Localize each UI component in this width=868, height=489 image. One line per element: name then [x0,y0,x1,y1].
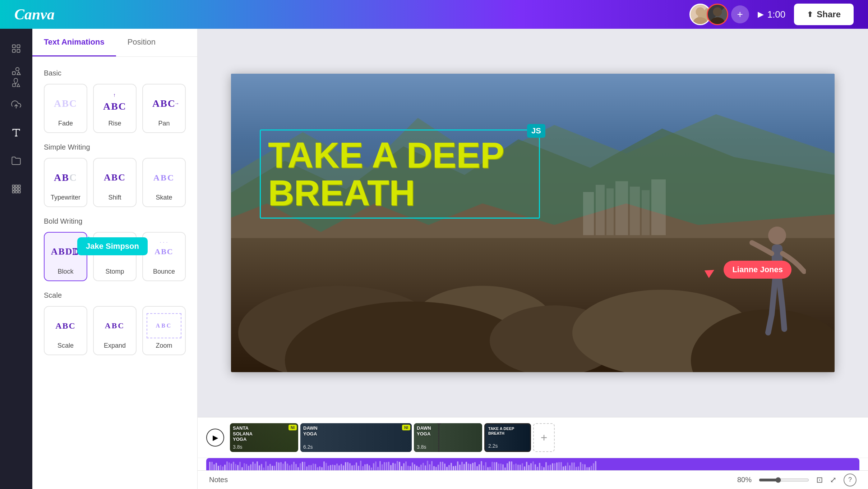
timer-display: 1:00 [767,9,786,20]
typewriter-label: Typewriter [51,194,80,201]
notes-label[interactable]: Notes [209,476,228,484]
svg-rect-36 [606,188,614,235]
fit-view-icon[interactable]: ⊡ [816,475,823,485]
anim-scale1[interactable]: ABC Scale [44,306,87,355]
fullscreen-icon[interactable]: ⤢ [830,475,836,485]
scale1-preview: ABC [48,313,83,338]
clip4-label: TAKE A DEEPBREATH [488,426,514,436]
svg-rect-16 [18,185,20,187]
anim-pan[interactable]: → ABC Pan [142,84,186,133]
svg-rect-20 [13,191,15,193]
rocks-svg [231,223,835,372]
anim-rise[interactable]: ↑ ABC Rise [93,84,137,133]
timeline-play-button[interactable]: ▶ [206,429,224,447]
waveform-bar [504,467,506,470]
svg-rect-7 [17,49,20,52]
clip-dawn-yoga-2[interactable]: DAWNYOGA 3.8s [414,423,482,452]
scale2-label: Expand [104,342,126,349]
fade-label: Fade [58,120,73,127]
clip1-tag: NI [288,425,297,430]
tab-position[interactable]: Position [116,29,167,56]
canva-logo[interactable]: Canva [14,6,55,23]
clip-dawn-yoga-1[interactable]: DAWNYOGA 6.2s NI [300,423,412,452]
zoom-controls: 80% ⊡ ⤢ ? [737,474,857,486]
svg-rect-39 [642,190,650,235]
svg-rect-4 [13,45,15,48]
panel-content: Basic ABC Fade ↑ ABC Rise → ABC Pan [32,57,197,374]
section-simple-writing: Simple Writing [44,143,186,151]
bottom-bar: Notes 80% ⊡ ⤢ ? [198,470,868,489]
play-timer[interactable]: ▶ 1:00 [758,9,786,20]
canvas-wrapper[interactable]: TAKE A DEEP BREATH JS ▶ Lianne Jones [231,74,835,372]
pan-label: Pan [158,120,170,127]
clip-santa-solana[interactable]: SANTASOLANAYOGA 3.8s NI [230,423,298,452]
svg-rect-37 [615,181,628,235]
anim-scale2[interactable]: ABC Expand [93,306,137,355]
anim-skate[interactable]: ABC Skate [142,158,186,207]
timeline-controls: ▶ SANTASOLANAYOGA 3.8s NI [198,417,868,458]
anim-typewriter[interactable]: ABC Typewriter [44,158,87,207]
left-sidebar [0,29,32,489]
animations-panel: Text Animations Position Basic ABC Fade … [32,29,198,489]
sidebar-item-upload[interactable] [4,92,29,117]
avatar-user2[interactable] [707,4,728,25]
svg-rect-18 [15,188,18,190]
basic-grid: ABC Fade ↑ ABC Rise → ABC Pan [44,84,186,133]
anim-bounce[interactable]: · · · ABC Bounce [142,232,186,281]
header-right: + ▶ 1:00 ⬆ Share [689,4,854,25]
sidebar-item-folder[interactable] [4,148,29,173]
svg-marker-12 [17,84,20,87]
share-button[interactable]: ⬆ Share [794,4,854,25]
add-clip-button[interactable]: + [533,423,555,452]
svg-point-3 [710,17,725,25]
shift-label: Shift [108,194,121,201]
svg-rect-6 [13,49,15,52]
svg-point-0 [696,7,705,16]
svg-rect-34 [583,192,594,235]
tab-text-animations[interactable]: Text Animations [32,29,116,56]
rise-label: Rise [108,120,121,127]
skate-preview: ABC [147,165,181,190]
clip-take-a-deep-breath[interactable]: TAKE A DEEPBREATH 2.2s [484,423,531,452]
skate-label: Skate [156,194,172,201]
sidebar-item-elements[interactable] [4,36,29,61]
person-silhouette [748,221,806,358]
clip2-tag: NI [402,425,410,430]
anim-fade[interactable]: ABC Fade [44,84,87,133]
clip3-label: DAWNYOGA [417,425,431,437]
anim-shift[interactable]: ABC Shift [93,158,137,207]
zoom-slider[interactable] [759,477,809,483]
rise-preview: ↑ ABC [97,91,132,116]
scale1-label: Scale [57,342,74,349]
block-label: Block [57,268,73,275]
anim-scale3[interactable]: ABC Zoom [142,306,186,355]
svg-point-2 [713,7,722,16]
panel-tabs: Text Animations Position [32,29,197,57]
main-canvas-area: TAKE A DEEP BREATH JS ▶ Lianne Jones [198,29,868,417]
typewriter-preview: ABC [48,165,83,190]
svg-rect-15 [15,185,18,187]
sidebar-item-text[interactable] [4,120,29,145]
sidebar-item-shapes[interactable] [4,64,29,89]
clip1-label: SANTASOLANAYOGA [233,425,253,442]
clips-row: SANTASOLANAYOGA 3.8s NI DAWNYOGA 6.2s NI [230,423,859,452]
svg-rect-40 [651,179,666,235]
lianne-jones-tooltip: Lianne Jones [724,261,791,279]
help-button[interactable]: ? [844,474,857,486]
playhead [438,423,439,452]
svg-point-8 [16,68,19,71]
svg-rect-17 [13,188,15,190]
svg-rect-35 [596,185,605,235]
header: Canva + ▶ 1:00 ⬆ Share [0,0,868,29]
lianne-tooltip-area: ▶ Lianne Jones [724,261,791,279]
sidebar-item-apps[interactable] [4,176,29,201]
text-selection-box[interactable]: TAKE A DEEP BREATH JS [260,129,540,219]
js-badge: JS [527,124,545,138]
stomp-label: Stomp [105,268,124,275]
section-basic: Basic [44,69,186,77]
svg-marker-10 [17,72,20,74]
add-collaborator-button[interactable]: + [731,5,749,23]
section-scale: Scale [44,291,186,300]
bounce-label: Bounce [153,268,175,275]
share-icon: ⬆ [807,10,813,19]
